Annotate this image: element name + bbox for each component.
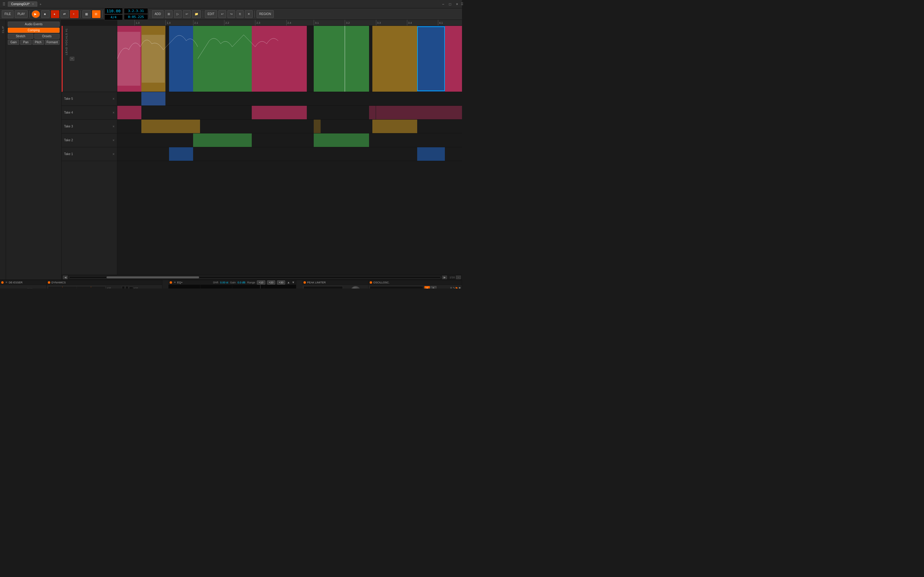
position-display-group: 3.2.3.31 0:05.225 xyxy=(124,8,148,20)
main-area: CLIP Audio Events Comping Stretch Onsets… xyxy=(0,20,462,279)
eq-up-icon[interactable]: ▲ xyxy=(287,281,290,284)
scrollbar-area: ◀ ▶ 1/16 - xyxy=(61,275,462,279)
take5-close[interactable]: × xyxy=(113,97,115,101)
peak-limiter-content: -17.2 0 -10 -20 -30 xyxy=(302,285,368,288)
take1-close[interactable]: × xyxy=(113,152,115,156)
de-esser-title: DE-ESSER xyxy=(9,281,45,284)
osc-stop-icon[interactable]: ■ xyxy=(459,286,460,288)
scroll-right-button[interactable]: ▶ xyxy=(442,276,447,279)
take2-close[interactable]: × xyxy=(113,138,115,142)
scroll-left-button[interactable]: ◀ xyxy=(63,276,68,279)
add-plugin-button-1[interactable]: + xyxy=(162,280,168,288)
de-esser-power[interactable] xyxy=(1,281,3,284)
stop-button[interactable]: ■ xyxy=(41,10,50,18)
undo-button[interactable]: ↩ xyxy=(218,10,226,18)
db-label-pos10: +10 xyxy=(107,287,111,288)
dynamics-power[interactable] xyxy=(48,281,50,284)
loop-button[interactable]: ⇄ xyxy=(60,10,69,18)
take3-close[interactable]: × xyxy=(113,124,115,129)
redo-button[interactable]: ↪ xyxy=(228,10,235,18)
main-track-content[interactable] xyxy=(117,26,462,92)
rewind-button[interactable]: ↩ xyxy=(183,10,191,18)
peak-limiter-power[interactable] xyxy=(304,281,306,284)
limiter-knobs: Input Release Ceiling xyxy=(344,286,367,288)
grid-button[interactable]: ▦ xyxy=(82,10,91,18)
add-icon-button[interactable]: + xyxy=(70,10,79,18)
osc-wave-icon: ∿ xyxy=(453,286,455,288)
toolbar-sep-4 xyxy=(150,11,150,18)
edit-button[interactable]: EDIT xyxy=(205,10,217,18)
pitch-button[interactable]: Pitch xyxy=(32,40,44,45)
de-esser-vu-2 xyxy=(30,288,32,288)
time-display[interactable]: 0:05.225 xyxy=(124,14,148,20)
maximize-button[interactable]: □ xyxy=(447,2,453,7)
osc-play-icon[interactable]: ▶ xyxy=(456,286,458,288)
osc-tab-b[interactable]: B xyxy=(430,286,436,288)
osc-tab-a[interactable]: A xyxy=(425,286,430,288)
bars-button[interactable]: ⊞ xyxy=(165,10,173,18)
play-button[interactable]: ▶ xyxy=(32,10,40,18)
range-10-btn[interactable]: +10 xyxy=(257,280,265,285)
record-button[interactable]: ● xyxy=(51,10,59,18)
copy-button[interactable]: ⎘ xyxy=(236,10,244,18)
osc-power[interactable] xyxy=(370,281,372,284)
take3-content[interactable] xyxy=(117,119,462,134)
dyn-side-meters xyxy=(129,286,133,288)
onsets-button[interactable]: Onsets xyxy=(34,34,60,39)
tab-label: CompingGUI* xyxy=(11,2,30,6)
time-sig-display[interactable]: 4/4 xyxy=(104,15,123,20)
gain-button[interactable]: Gain xyxy=(8,40,19,45)
scroll-track[interactable] xyxy=(69,276,441,279)
oscilloscope-panel: OSCILLOSC. Trigger A B xyxy=(368,280,462,288)
stretch-onsets-row: Stretch Onsets xyxy=(8,34,60,39)
tab-close-icon[interactable]: × xyxy=(32,2,34,6)
svg-rect-1 xyxy=(142,35,165,83)
audio-events-button[interactable]: Audio Events xyxy=(8,22,60,27)
eq-display[interactable]: 4 ⊕ 2 5 xyxy=(168,285,296,288)
range-30-btn[interactable]: +30 xyxy=(277,280,285,285)
dyn-vu-1 xyxy=(122,286,125,288)
limiter-meter-display: -17.2 0 -10 -20 -30 xyxy=(304,286,343,288)
limiter-db-reading: -17.2 xyxy=(304,286,342,288)
take1-content[interactable] xyxy=(117,147,462,161)
scroll-thumb[interactable] xyxy=(107,276,199,278)
comping-button[interactable]: Comping xyxy=(8,27,60,33)
zoom-out-button[interactable]: - xyxy=(456,276,461,279)
main-tab[interactable]: CompingGUI* × xyxy=(8,2,37,6)
pan-button[interactable]: Pan xyxy=(20,40,32,45)
dynamics-curve-display xyxy=(48,286,106,288)
add-plugin-button-2[interactable]: + xyxy=(296,280,302,288)
clip-controls-panel: Audio Events Comping Stretch Onsets Gain… xyxy=(6,20,61,279)
take4-close[interactable]: × xyxy=(113,111,115,115)
eq-power[interactable] xyxy=(170,281,172,284)
tempo-display[interactable]: 110.00 xyxy=(104,8,123,14)
folder-button[interactable]: 📁 xyxy=(192,10,201,18)
take5-content[interactable] xyxy=(117,92,462,106)
shift-label: Shift xyxy=(213,281,218,284)
stretch-button[interactable]: Stretch xyxy=(8,34,33,39)
position-display[interactable]: 3.2.3.31 xyxy=(124,8,148,14)
play2-button[interactable]: ▷ xyxy=(174,10,182,18)
peak-limiter-header: PEAK LIMITER xyxy=(302,280,368,285)
dynamics-meters-row: +10 0 -10 Peak RMS xyxy=(107,286,161,288)
toolbar-sep-2 xyxy=(80,11,81,18)
add-take-button[interactable]: + xyxy=(70,57,74,61)
minimize-button[interactable]: − xyxy=(441,2,446,7)
delete-button[interactable]: ✕ xyxy=(245,10,253,18)
main-waveform xyxy=(117,26,462,92)
add-button[interactable]: ADD xyxy=(152,10,164,18)
de-esser-controls: 4.49 kHz xyxy=(14,288,32,288)
take2-content[interactable] xyxy=(117,134,462,147)
formant-button[interactable]: Formant xyxy=(45,40,60,45)
eq-down-icon[interactable]: ▼ xyxy=(292,281,295,284)
file-button[interactable]: FILE xyxy=(2,10,13,18)
limiter-input-knob[interactable] xyxy=(351,286,360,288)
add-tab-icon[interactable]: + xyxy=(40,2,42,6)
range-20-btn[interactable]: +20 xyxy=(267,280,275,285)
region-button[interactable]: REGION xyxy=(257,10,274,18)
close-button[interactable]: × xyxy=(454,2,460,7)
take4-content[interactable] xyxy=(117,106,462,119)
play-label-button[interactable]: PLAY xyxy=(15,10,27,18)
tracks-content: TRACK xyxy=(117,26,462,275)
mode-button[interactable]: ⊟ xyxy=(92,10,100,18)
